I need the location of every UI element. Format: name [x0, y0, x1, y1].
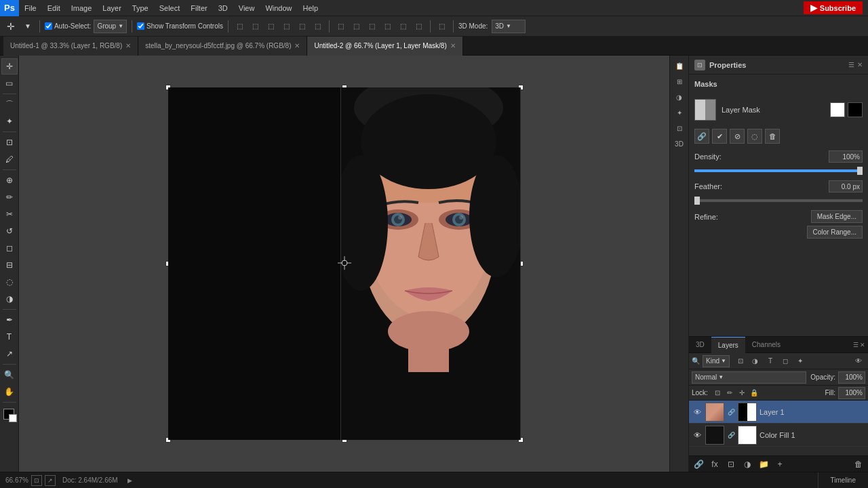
- tab-3d[interactable]: 3D: [689, 337, 711, 353]
- auto-select-dropdown[interactable]: Group ▼: [94, 20, 127, 33]
- auto-select-checkbox[interactable]: Auto-Select:: [45, 22, 91, 30]
- menu-layer[interactable]: Layer: [97, 0, 127, 16]
- lasso-tool[interactable]: ⌒: [1, 96, 18, 113]
- lock-image-btn[interactable]: ✏: [724, 388, 735, 399]
- delete-layer-btn[interactable]: 🗑: [852, 458, 865, 470]
- menu-filter[interactable]: Filter: [185, 0, 212, 16]
- new-adjustment-btn[interactable]: ◑: [741, 458, 754, 470]
- blur-tool[interactable]: ◌: [1, 274, 18, 290]
- layer-fx-btn[interactable]: fx: [708, 458, 722, 470]
- foreground-color[interactable]: [2, 407, 17, 422]
- show-transform-checkbox[interactable]: Show Transform Controls: [137, 22, 223, 30]
- add-mask-btn[interactable]: ⊡: [724, 458, 738, 470]
- filter-smart-btn[interactable]: ✦: [793, 355, 807, 367]
- type-tool[interactable]: T: [1, 329, 18, 345]
- feather-slider-thumb[interactable]: [694, 197, 700, 205]
- menu-edit[interactable]: Edit: [42, 0, 66, 16]
- distribute-right-btn[interactable]: ⬚: [366, 19, 378, 34]
- move-tool-btn[interactable]: ✛: [3, 19, 18, 34]
- align-left-btn[interactable]: ⬚: [233, 19, 246, 34]
- filter-pixel-btn[interactable]: ⊡: [734, 355, 747, 367]
- lock-transparent-btn[interactable]: ⊡: [712, 388, 723, 399]
- properties-close-btn[interactable]: ✕: [857, 61, 863, 68]
- eyedropper-tool[interactable]: 🖊: [1, 151, 18, 167]
- magic-wand-tool[interactable]: ✦: [1, 113, 18, 129]
- layer-1-eye[interactable]: 👁: [692, 407, 703, 418]
- right-icon-adjustments[interactable]: ◑: [672, 89, 687, 104]
- density-slider-thumb[interactable]: [857, 167, 863, 175]
- filter-adjustment-btn[interactable]: ◑: [749, 355, 762, 367]
- zoom-tool[interactable]: 🔍: [1, 367, 18, 383]
- menu-type[interactable]: Type: [127, 0, 154, 16]
- gradient-tool[interactable]: ⊟: [1, 257, 18, 273]
- tab-layers[interactable]: Layers: [711, 337, 745, 353]
- filter-shape-btn[interactable]: ◻: [778, 355, 792, 367]
- distribute-bottom-btn[interactable]: ⬚: [412, 19, 425, 34]
- menu-image[interactable]: Image: [66, 0, 98, 16]
- link-layers-btn[interactable]: 🔗: [692, 458, 705, 470]
- show-transform-check[interactable]: [137, 22, 144, 30]
- tab-untitled1[interactable]: Untitled-1 @ 33.3% (Layer 1, RGB/8) ✕: [3, 37, 138, 56]
- kind-dropdown[interactable]: Kind ▼: [703, 355, 730, 367]
- align-center-v-btn[interactable]: ⬚: [296, 19, 309, 34]
- menu-file[interactable]: File: [19, 0, 42, 16]
- color-range-button[interactable]: Color Range...: [807, 226, 863, 239]
- arrange-btn[interactable]: ⬚: [435, 19, 448, 34]
- status-arrow-btn[interactable]: ▶: [125, 475, 136, 486]
- hand-tool[interactable]: ✋: [1, 384, 18, 400]
- feather-input[interactable]: [829, 180, 863, 192]
- layer-row-colorfill1[interactable]: 👁 🔗 Color Fill 1: [689, 424, 868, 447]
- right-icon-styles[interactable]: ✦: [672, 105, 687, 120]
- crop-tool[interactable]: ⊡: [1, 134, 18, 150]
- subscribe-button[interactable]: ▶ Subscribe: [804, 1, 863, 14]
- tab-untitled2[interactable]: Untitled-2 @ 66.7% (Layer 1, Layer Mask/…: [307, 37, 462, 56]
- fill-input[interactable]: [838, 387, 865, 399]
- clone-stamp-tool[interactable]: ✂: [1, 206, 18, 222]
- layers-panel-menu-btn[interactable]: ☰: [853, 342, 859, 348]
- density-input[interactable]: [829, 150, 863, 163]
- mask-option-black-btn[interactable]: [848, 102, 863, 117]
- layer-row-1[interactable]: 👁 🔗 Layer 1: [689, 401, 868, 424]
- lock-position-btn[interactable]: ✛: [736, 388, 747, 399]
- lock-all-btn[interactable]: 🔒: [749, 388, 760, 399]
- align-bottom-btn[interactable]: ⬚: [311, 19, 324, 34]
- path-selection-tool[interactable]: ↗: [1, 346, 18, 362]
- 3d-mode-dropdown[interactable]: 3D ▼: [492, 20, 526, 33]
- mask-disable-btn[interactable]: ⊘: [730, 129, 745, 144]
- mask-delete-btn[interactable]: 🗑: [765, 129, 780, 144]
- distribute-left-btn[interactable]: ⬚: [334, 19, 347, 34]
- menu-view[interactable]: View: [233, 0, 260, 16]
- history-brush-tool[interactable]: ↺: [1, 223, 18, 239]
- tab-close-stella[interactable]: ✕: [294, 42, 300, 49]
- tab-close-untitled2[interactable]: ✕: [450, 42, 456, 49]
- menu-window[interactable]: Window: [260, 0, 297, 16]
- right-icon-properties[interactable]: 📋: [672, 58, 687, 73]
- timeline-tab[interactable]: Timeline: [824, 476, 863, 484]
- pen-tool[interactable]: ✒: [1, 312, 18, 328]
- distribute-center-h-btn[interactable]: ⬚: [350, 19, 363, 34]
- align-top-btn[interactable]: ⬚: [280, 19, 293, 34]
- distribute-center-v-btn[interactable]: ⬚: [397, 19, 410, 34]
- blend-mode-dropdown[interactable]: Normal ▼: [692, 371, 806, 384]
- menu-3d[interactable]: 3D: [213, 0, 233, 16]
- new-layer-btn[interactable]: +: [773, 458, 787, 470]
- filter-type-btn[interactable]: T: [764, 355, 777, 367]
- healing-tool[interactable]: ⊕: [1, 172, 18, 188]
- right-icon-masks[interactable]: ⊡: [672, 121, 687, 136]
- align-center-h-btn[interactable]: ⬚: [249, 19, 262, 34]
- auto-select-check[interactable]: [45, 22, 52, 30]
- zoom-btn[interactable]: ⊡: [31, 475, 42, 486]
- dodge-tool[interactable]: ◑: [1, 291, 18, 307]
- layers-panel-close-btn[interactable]: ✕: [860, 342, 865, 348]
- tab-stella[interactable]: stella_by_nerysoul-d5fcctf.jpg @ 66.7% (…: [138, 37, 307, 56]
- layer-filter-toggle-btn[interactable]: 👁: [852, 355, 865, 367]
- tab-close-untitled1[interactable]: ✕: [125, 42, 131, 49]
- colorfill1-eye[interactable]: 👁: [692, 430, 703, 441]
- eraser-tool[interactable]: ◻: [1, 240, 18, 256]
- tab-channels[interactable]: Channels: [745, 337, 787, 353]
- canvas-wrapper[interactable]: [19, 56, 669, 472]
- mask-option-white-btn[interactable]: [830, 102, 845, 117]
- mask-link-btn[interactable]: 🔗: [694, 129, 709, 144]
- screen-mode-btn[interactable]: ↗: [45, 475, 56, 486]
- distribute-top-btn[interactable]: ⬚: [381, 19, 394, 34]
